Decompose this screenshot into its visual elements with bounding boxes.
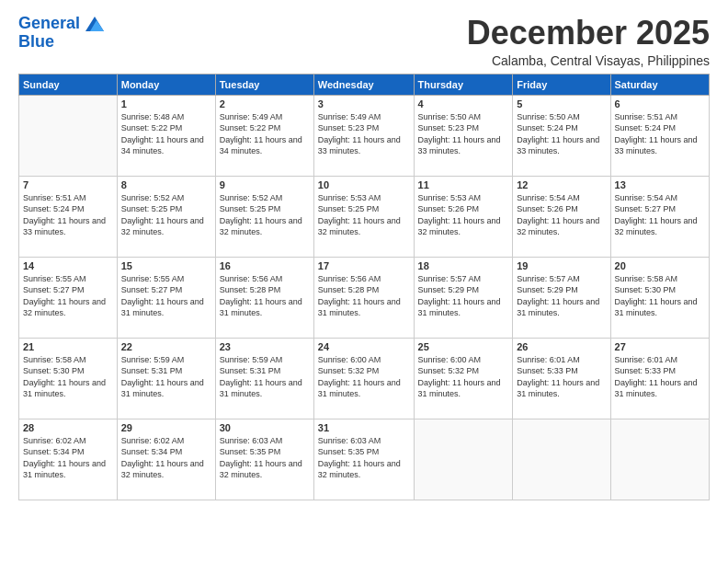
day-number: 31	[318, 422, 410, 433]
day-number: 28	[23, 422, 113, 433]
day-info: Sunrise: 6:01 AMSunset: 5:33 PMDaylight:…	[517, 354, 606, 400]
calendar-cell	[610, 419, 709, 500]
col-header-saturday: Saturday	[610, 74, 709, 95]
day-number: 5	[517, 98, 606, 109]
col-header-wednesday: Wednesday	[313, 74, 414, 95]
day-info: Sunrise: 6:02 AMSunset: 5:34 PMDaylight:…	[121, 435, 211, 481]
day-info: Sunrise: 6:01 AMSunset: 5:33 PMDaylight:…	[615, 354, 705, 400]
day-number: 9	[220, 179, 310, 190]
col-header-monday: Monday	[117, 74, 215, 95]
calendar-header-row: SundayMondayTuesdayWednesdayThursdayFrid…	[19, 74, 710, 95]
calendar-cell: 14Sunrise: 5:55 AMSunset: 5:27 PMDayligh…	[19, 257, 118, 338]
day-info: Sunrise: 5:55 AMSunset: 5:27 PMDaylight:…	[23, 273, 113, 319]
day-info: Sunrise: 5:58 AMSunset: 5:30 PMDaylight:…	[23, 354, 113, 400]
week-row-3: 21Sunrise: 5:58 AMSunset: 5:30 PMDayligh…	[19, 338, 710, 419]
day-info: Sunrise: 5:48 AMSunset: 5:22 PMDaylight:…	[121, 111, 211, 157]
day-number: 1	[121, 98, 211, 109]
col-header-friday: Friday	[513, 74, 610, 95]
logo: General Blue	[18, 15, 104, 52]
day-number: 3	[318, 98, 410, 109]
calendar-cell	[19, 95, 118, 176]
calendar-cell: 29Sunrise: 6:02 AMSunset: 5:34 PMDayligh…	[117, 419, 215, 500]
calendar-cell: 19Sunrise: 5:57 AMSunset: 5:29 PMDayligh…	[513, 257, 610, 338]
calendar-cell: 1Sunrise: 5:48 AMSunset: 5:22 PMDaylight…	[117, 95, 215, 176]
calendar-cell: 12Sunrise: 5:54 AMSunset: 5:26 PMDayligh…	[513, 176, 610, 257]
calendar: SundayMondayTuesdayWednesdayThursdayFrid…	[18, 74, 710, 500]
calendar-cell: 23Sunrise: 5:59 AMSunset: 5:31 PMDayligh…	[215, 338, 313, 419]
calendar-cell: 11Sunrise: 5:53 AMSunset: 5:26 PMDayligh…	[414, 176, 513, 257]
day-number: 21	[23, 341, 113, 352]
day-info: Sunrise: 6:03 AMSunset: 5:35 PMDaylight:…	[220, 435, 310, 481]
day-info: Sunrise: 5:53 AMSunset: 5:25 PMDaylight:…	[318, 192, 410, 238]
calendar-cell	[513, 419, 610, 500]
day-number: 15	[121, 260, 211, 271]
calendar-cell	[414, 419, 513, 500]
col-header-sunday: Sunday	[19, 74, 118, 95]
day-number: 24	[318, 341, 410, 352]
day-info: Sunrise: 5:50 AMSunset: 5:24 PMDaylight:…	[517, 111, 606, 157]
calendar-cell: 28Sunrise: 6:02 AMSunset: 5:34 PMDayligh…	[19, 419, 118, 500]
day-number: 22	[121, 341, 211, 352]
calendar-cell: 7Sunrise: 5:51 AMSunset: 5:24 PMDaylight…	[19, 176, 118, 257]
calendar-cell: 20Sunrise: 5:58 AMSunset: 5:30 PMDayligh…	[610, 257, 709, 338]
day-info: Sunrise: 5:52 AMSunset: 5:25 PMDaylight:…	[220, 192, 310, 238]
calendar-cell: 22Sunrise: 5:59 AMSunset: 5:31 PMDayligh…	[117, 338, 215, 419]
day-info: Sunrise: 5:49 AMSunset: 5:22 PMDaylight:…	[220, 111, 310, 157]
day-number: 2	[220, 98, 310, 109]
page: General Blue December 2025 Calamba, Cent…	[0, 0, 728, 563]
header: General Blue December 2025 Calamba, Cent…	[18, 15, 710, 68]
calendar-cell: 30Sunrise: 6:03 AMSunset: 5:35 PMDayligh…	[215, 419, 313, 500]
day-info: Sunrise: 5:57 AMSunset: 5:29 PMDaylight:…	[517, 273, 606, 319]
day-info: Sunrise: 5:55 AMSunset: 5:27 PMDaylight:…	[121, 273, 211, 319]
calendar-cell: 18Sunrise: 5:57 AMSunset: 5:29 PMDayligh…	[414, 257, 513, 338]
title-area: December 2025 Calamba, Central Visayas, …	[467, 15, 710, 68]
day-number: 10	[318, 179, 410, 190]
day-info: Sunrise: 5:56 AMSunset: 5:28 PMDaylight:…	[220, 273, 310, 319]
calendar-cell: 2Sunrise: 5:49 AMSunset: 5:22 PMDaylight…	[215, 95, 313, 176]
month-title: December 2025	[467, 15, 710, 52]
calendar-cell: 3Sunrise: 5:49 AMSunset: 5:23 PMDaylight…	[313, 95, 414, 176]
day-info: Sunrise: 5:51 AMSunset: 5:24 PMDaylight:…	[23, 192, 113, 238]
day-number: 6	[615, 98, 705, 109]
day-number: 27	[615, 341, 705, 352]
day-info: Sunrise: 6:00 AMSunset: 5:32 PMDaylight:…	[418, 354, 509, 400]
day-info: Sunrise: 6:03 AMSunset: 5:35 PMDaylight:…	[318, 435, 410, 481]
day-number: 13	[615, 179, 705, 190]
day-info: Sunrise: 5:57 AMSunset: 5:29 PMDaylight:…	[418, 273, 509, 319]
calendar-cell: 21Sunrise: 5:58 AMSunset: 5:30 PMDayligh…	[19, 338, 118, 419]
day-info: Sunrise: 5:58 AMSunset: 5:30 PMDaylight:…	[615, 273, 705, 319]
day-number: 4	[418, 98, 509, 109]
calendar-cell: 24Sunrise: 6:00 AMSunset: 5:32 PMDayligh…	[313, 338, 414, 419]
day-info: Sunrise: 5:49 AMSunset: 5:23 PMDaylight:…	[318, 111, 410, 157]
day-number: 14	[23, 260, 113, 271]
day-number: 26	[517, 341, 606, 352]
calendar-cell: 17Sunrise: 5:56 AMSunset: 5:28 PMDayligh…	[313, 257, 414, 338]
day-info: Sunrise: 5:53 AMSunset: 5:26 PMDaylight:…	[418, 192, 509, 238]
day-number: 25	[418, 341, 509, 352]
calendar-cell: 8Sunrise: 5:52 AMSunset: 5:25 PMDaylight…	[117, 176, 215, 257]
day-number: 30	[220, 422, 310, 433]
week-row-1: 7Sunrise: 5:51 AMSunset: 5:24 PMDaylight…	[19, 176, 710, 257]
calendar-cell: 31Sunrise: 6:03 AMSunset: 5:35 PMDayligh…	[313, 419, 414, 500]
week-row-2: 14Sunrise: 5:55 AMSunset: 5:27 PMDayligh…	[19, 257, 710, 338]
logo-general: General	[18, 14, 80, 32]
day-number: 12	[517, 179, 606, 190]
calendar-cell: 6Sunrise: 5:51 AMSunset: 5:24 PMDaylight…	[610, 95, 709, 176]
week-row-0: 1Sunrise: 5:48 AMSunset: 5:22 PMDaylight…	[19, 95, 710, 176]
day-info: Sunrise: 5:56 AMSunset: 5:28 PMDaylight:…	[318, 273, 410, 319]
day-info: Sunrise: 6:00 AMSunset: 5:32 PMDaylight:…	[318, 354, 410, 400]
day-number: 18	[418, 260, 509, 271]
day-info: Sunrise: 5:51 AMSunset: 5:24 PMDaylight:…	[615, 111, 705, 157]
day-info: Sunrise: 6:02 AMSunset: 5:34 PMDaylight:…	[23, 435, 113, 481]
calendar-cell: 25Sunrise: 6:00 AMSunset: 5:32 PMDayligh…	[414, 338, 513, 419]
week-row-4: 28Sunrise: 6:02 AMSunset: 5:34 PMDayligh…	[19, 419, 710, 500]
logo-icon	[85, 17, 104, 31]
day-number: 8	[121, 179, 211, 190]
calendar-cell: 26Sunrise: 6:01 AMSunset: 5:33 PMDayligh…	[513, 338, 610, 419]
day-number: 29	[121, 422, 211, 433]
calendar-cell: 27Sunrise: 6:01 AMSunset: 5:33 PMDayligh…	[610, 338, 709, 419]
calendar-cell: 4Sunrise: 5:50 AMSunset: 5:23 PMDaylight…	[414, 95, 513, 176]
day-number: 23	[220, 341, 310, 352]
day-info: Sunrise: 5:54 AMSunset: 5:26 PMDaylight:…	[517, 192, 606, 238]
day-info: Sunrise: 5:52 AMSunset: 5:25 PMDaylight:…	[121, 192, 211, 238]
